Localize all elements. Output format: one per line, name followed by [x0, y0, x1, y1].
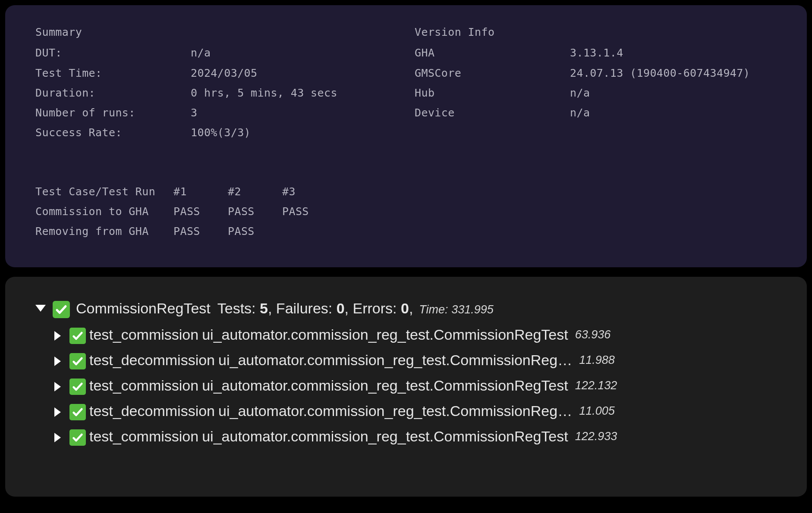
runs-label: Number of runs:: [35, 103, 191, 123]
chevron-right-icon[interactable]: [54, 382, 61, 391]
summary-heading: Summary: [35, 22, 397, 42]
runs-table-header-2: #2: [228, 182, 282, 202]
row2-c1: PASS: [173, 222, 228, 241]
test-time: 11.988: [579, 353, 615, 367]
test-time: 122.933: [575, 430, 617, 443]
test-row[interactable]: test_decommission ui_automator.commissio…: [54, 403, 777, 419]
gha-label: GHA: [415, 43, 570, 63]
test-row[interactable]: test_commission ui_automator.commission_…: [54, 377, 777, 394]
version-heading: Version Info: [415, 22, 777, 42]
runs-value: 3: [191, 103, 197, 123]
success-value: 100%(3/3): [191, 123, 251, 143]
runs-table: Test Case/Test Run #1 #2 #3 Commission t…: [35, 182, 777, 242]
gha-value: 3.13.1.4: [570, 43, 623, 63]
success-label: Success Rate:: [35, 123, 191, 143]
suite-time: Time: 331.995: [419, 303, 493, 316]
suite-name: CommissionRegTest: [76, 300, 211, 317]
test-row[interactable]: test_commission ui_automator.commission_…: [54, 326, 777, 343]
runs-table-header-3: #3: [282, 182, 337, 202]
test-time: 122.132: [575, 379, 617, 392]
row2-c3: [282, 222, 337, 241]
summary-panel: Summary DUT: n/a Test Time: 2024/03/05 D…: [5, 5, 807, 267]
test-name: test_decommission: [89, 403, 215, 419]
check-icon: [69, 328, 86, 344]
suite-row[interactable]: CommissionRegTest Tests: 5, Failures: 0,…: [35, 298, 777, 317]
hub-value: n/a: [570, 83, 590, 103]
duration-value: 0 hrs, 5 mins, 43 secs: [191, 83, 337, 103]
check-icon: [69, 404, 86, 420]
runs-table-header-case: Test Case/Test Run: [35, 182, 173, 202]
test-tree-panel: CommissionRegTest Tests: 5, Failures: 0,…: [5, 277, 807, 497]
test-path: ui_automator.commission_reg_test.Commiss…: [218, 403, 572, 419]
dut-value: n/a: [191, 43, 211, 63]
test-row[interactable]: test_decommission ui_automator.commissio…: [54, 352, 777, 369]
test-path: ui_automator.commission_reg_test.Commiss…: [218, 352, 572, 369]
hub-label: Hub: [415, 83, 570, 103]
check-icon: [53, 301, 70, 318]
chevron-down-icon[interactable]: [35, 305, 46, 312]
row1-c1: PASS: [173, 202, 228, 222]
table-row: Commission to GHA PASS PASS PASS: [35, 202, 777, 222]
duration-label: Duration:: [35, 83, 191, 103]
check-icon: [69, 429, 86, 446]
runs-table-header-1: #1: [173, 182, 228, 202]
summary-column: Summary DUT: n/a Test Time: 2024/03/05 D…: [35, 22, 397, 143]
test-path: ui_automator.commission_reg_test.Commiss…: [202, 377, 568, 394]
version-column: Version Info GHA 3.13.1.4 GMSCore 24.07.…: [415, 22, 777, 143]
row1-c3: PASS: [282, 202, 337, 222]
device-value: n/a: [570, 103, 590, 123]
test-name: test_commission: [89, 326, 198, 343]
gmscore-label: GMSCore: [415, 63, 570, 83]
test-name: test_commission: [89, 377, 198, 394]
chevron-right-icon[interactable]: [54, 433, 61, 442]
test-time: 63.936: [575, 328, 611, 341]
chevron-right-icon[interactable]: [54, 407, 61, 417]
test-path: ui_automator.commission_reg_test.Commiss…: [202, 428, 568, 445]
check-icon: [69, 378, 86, 395]
suite-stats: Tests: 5, Failures: 0, Errors: 0,: [217, 300, 413, 317]
suite-children: test_commission ui_automator.commission_…: [54, 326, 777, 445]
chevron-right-icon[interactable]: [54, 357, 61, 366]
test-time-label: Test Time:: [35, 63, 191, 83]
test-name: test_decommission: [89, 352, 215, 369]
row1-label: Commission to GHA: [35, 202, 173, 222]
row2-c2: PASS: [228, 222, 282, 241]
test-path: ui_automator.commission_reg_test.Commiss…: [202, 326, 568, 343]
row1-c2: PASS: [228, 202, 282, 222]
device-label: Device: [415, 103, 570, 123]
table-row: Removing from GHA PASS PASS: [35, 222, 777, 241]
chevron-right-icon[interactable]: [54, 331, 61, 341]
test-time-value: 2024/03/05: [191, 63, 258, 83]
test-row[interactable]: test_commission ui_automator.commission_…: [54, 428, 777, 445]
dut-label: DUT:: [35, 43, 191, 63]
gmscore-value: 24.07.13 (190400-607434947): [570, 63, 750, 83]
row2-label: Removing from GHA: [35, 222, 173, 241]
check-icon: [69, 353, 86, 369]
test-name: test_commission: [89, 428, 198, 445]
test-time: 11.005: [579, 404, 615, 418]
